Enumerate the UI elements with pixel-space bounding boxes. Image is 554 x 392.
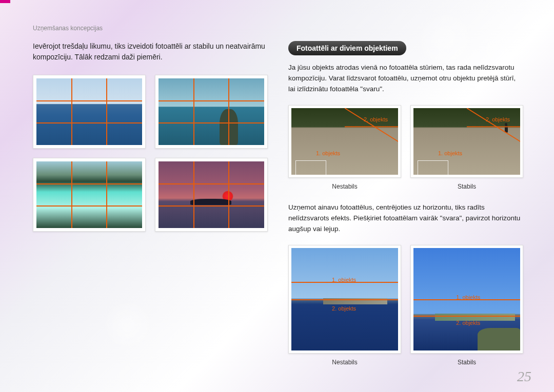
example-sunset: [159, 161, 264, 228]
person-icon: [505, 126, 508, 133]
breadcrumb: Uzņemšanas koncepcijas: [33, 25, 103, 32]
example-frame: [33, 158, 146, 232]
goal-net-icon: [418, 160, 448, 175]
object-label-2: 2. objekts: [332, 305, 356, 312]
caption-stable: Stabils: [410, 183, 523, 190]
intro-text: Ievērojot trešdaļu likumu, tiks izveidot…: [33, 41, 268, 63]
comparison-unstable: 2. objekts 1. objekts Nestabils: [288, 105, 401, 190]
object-label-1: 1. objekts: [456, 294, 480, 300]
right-column: Fotoattēli ar diviem objektiem Ja jūsu o…: [288, 41, 523, 378]
para-horizon: Uzņemot ainavu fotoattēlus, centrējoties…: [288, 202, 523, 235]
comparison-row-diagonal: 2. objekts 1. objekts Nestabils: [288, 105, 523, 190]
example-lake: [36, 161, 142, 228]
object-label-1: 1. objekts: [332, 277, 356, 283]
para-two-subjects: Ja jūsu objekts atrodas vienā no fotoatt…: [288, 63, 523, 95]
comparison-stable: 1. objekts 2. objekts Stabils: [410, 245, 523, 366]
comparison-unstable: 1. objekts 2. objekts Nestabils: [288, 245, 401, 366]
object-label-1: 1. objekts: [438, 150, 462, 156]
goal-net-icon: [295, 160, 326, 175]
object-label-2: 2. objekts: [486, 116, 510, 122]
section-title: Fotoattēli ar diviem objektiem: [288, 41, 406, 55]
example-frame: [155, 75, 268, 149]
comparison-stable: 2. objekts 1. objekts Stabils: [410, 105, 523, 190]
example-rockspire: [159, 78, 264, 145]
left-column: Ievērojot trešdaļu likumu, tiks izveidot…: [33, 41, 268, 378]
caption-unstable: Nestabils: [288, 359, 401, 366]
caption-unstable: Nestabils: [288, 183, 401, 190]
object-label-2: 2. objekts: [456, 320, 480, 326]
example-frame: [155, 158, 268, 232]
object-label-1: 1. objekts: [316, 150, 340, 156]
example-frame: [33, 75, 146, 149]
thirds-examples-grid: [33, 75, 268, 232]
object-label-2: 2. objekts: [364, 116, 388, 122]
accent-bar: [0, 0, 10, 3]
comparison-row-horizon: 1. objekts 2. objekts Nestabils 1. objek…: [288, 245, 523, 366]
page-number: 25: [517, 368, 531, 385]
example-seascape: [36, 78, 142, 145]
caption-stable: Stabils: [410, 359, 523, 366]
